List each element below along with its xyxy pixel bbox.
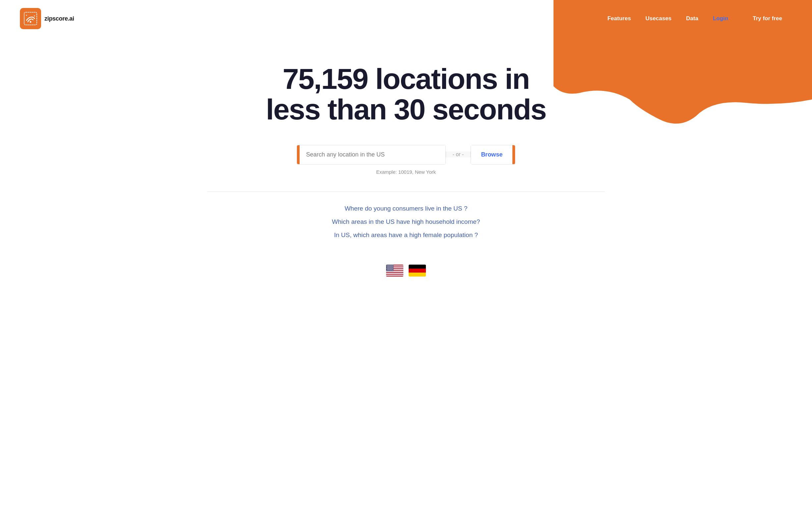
search-example: Example: 10019, New York xyxy=(13,169,799,175)
svg-point-31 xyxy=(389,267,389,268)
svg-point-2 xyxy=(30,21,32,23)
nav-data[interactable]: Data xyxy=(686,15,698,22)
svg-rect-10 xyxy=(386,273,403,274)
main-nav: Features Usecases Data Login Try for fre… xyxy=(607,11,792,27)
svg-point-40 xyxy=(393,268,393,269)
nav-usecases[interactable]: Usecases xyxy=(646,15,672,22)
svg-point-47 xyxy=(388,270,389,270)
svg-point-13 xyxy=(387,265,388,266)
question-2[interactable]: Which areas in the US have high househol… xyxy=(27,218,785,225)
svg-rect-54 xyxy=(409,272,426,277)
logo-text: zipscore.ai xyxy=(44,15,74,22)
svg-point-23 xyxy=(392,266,393,266)
svg-point-33 xyxy=(391,267,392,268)
svg-point-14 xyxy=(388,265,389,266)
svg-point-3 xyxy=(26,15,27,16)
svg-point-45 xyxy=(392,269,393,269)
svg-point-39 xyxy=(392,268,392,269)
svg-point-36 xyxy=(388,268,389,269)
hero-title: 75,159 locations in less than 30 seconds xyxy=(257,64,555,125)
svg-point-15 xyxy=(389,265,390,266)
svg-point-37 xyxy=(389,268,390,269)
svg-rect-53 xyxy=(409,268,426,272)
svg-rect-11 xyxy=(386,274,403,276)
svg-point-4 xyxy=(34,15,35,16)
svg-point-41 xyxy=(388,269,388,269)
svg-point-27 xyxy=(390,267,391,267)
search-container: - or - Browse xyxy=(290,145,522,165)
svg-point-35 xyxy=(387,268,388,269)
svg-point-25 xyxy=(388,267,389,267)
svg-point-30 xyxy=(388,267,388,268)
svg-point-16 xyxy=(390,265,391,266)
svg-point-19 xyxy=(388,266,388,266)
svg-point-42 xyxy=(389,269,389,269)
svg-point-22 xyxy=(391,266,392,266)
svg-point-34 xyxy=(392,267,393,268)
try-free-button[interactable]: Try for free xyxy=(743,11,792,27)
questions-section: Where do young consumers live in the US … xyxy=(13,205,799,261)
svg-point-26 xyxy=(389,267,390,267)
nav-features[interactable]: Features xyxy=(607,15,631,22)
svg-point-29 xyxy=(393,267,393,267)
de-flag[interactable] xyxy=(409,265,426,277)
svg-point-32 xyxy=(390,267,391,268)
svg-rect-9 xyxy=(386,271,403,272)
search-accent-left xyxy=(297,145,300,164)
svg-point-28 xyxy=(392,267,392,267)
svg-point-17 xyxy=(392,265,392,266)
browse-accent-right xyxy=(512,145,515,164)
nav-login[interactable]: Login xyxy=(713,15,728,22)
svg-point-49 xyxy=(390,270,391,270)
section-divider xyxy=(207,191,605,192)
svg-point-46 xyxy=(387,270,388,270)
browse-button[interactable]: Browse xyxy=(471,145,512,164)
search-input[interactable] xyxy=(300,145,445,164)
svg-rect-52 xyxy=(409,265,426,268)
us-flag[interactable] xyxy=(386,265,403,277)
logo-area: zipscore.ai xyxy=(20,8,74,29)
svg-point-50 xyxy=(392,270,392,270)
search-bar xyxy=(297,145,446,165)
hero-section: 75,159 locations in less than 30 seconds… xyxy=(0,37,812,303)
question-3[interactable]: In US, which areas have a high female po… xyxy=(27,231,785,239)
svg-point-20 xyxy=(389,266,389,266)
svg-rect-0 xyxy=(23,11,38,26)
browse-wrapper: Browse xyxy=(470,145,515,165)
logo-icon xyxy=(20,8,41,29)
svg-point-44 xyxy=(391,269,392,269)
svg-point-21 xyxy=(390,266,391,266)
search-or-divider: - or - xyxy=(446,152,471,158)
svg-point-18 xyxy=(393,265,393,266)
svg-point-51 xyxy=(393,270,393,270)
question-1[interactable]: Where do young consumers live in the US … xyxy=(27,205,785,212)
svg-point-48 xyxy=(389,270,390,270)
svg-point-24 xyxy=(387,267,388,267)
svg-point-38 xyxy=(390,268,391,269)
flags-section xyxy=(13,261,799,290)
svg-point-43 xyxy=(390,269,391,269)
